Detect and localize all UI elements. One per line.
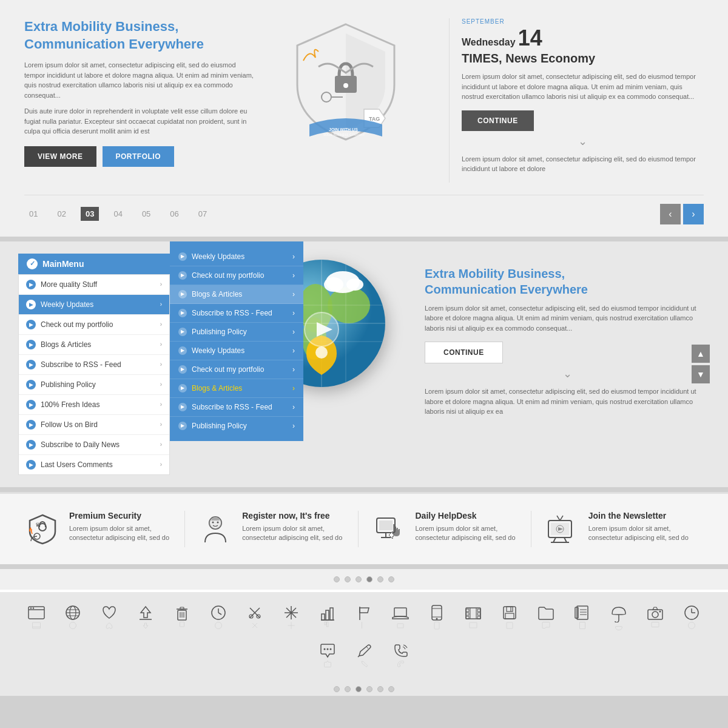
- continue-button-1[interactable]: CONTINUE: [462, 110, 534, 131]
- menu-item-more-quality[interactable]: ▶More quality Stuff ›: [19, 275, 169, 295]
- helpdesk-icon: [371, 511, 407, 547]
- scroll-down-button[interactable]: ▼: [692, 365, 710, 383]
- menu-item-portfolio[interactable]: ▶Check out my portfolio ›: [19, 315, 169, 335]
- page-05[interactable]: 05: [137, 207, 155, 221]
- icon-star: [278, 604, 304, 632]
- page-04[interactable]: 04: [109, 207, 127, 221]
- menu-item-weekly-updates[interactable]: ▶Weekly Updates ›: [19, 295, 169, 315]
- news-title: TIMES, News Economy: [462, 52, 704, 66]
- icon-globe: [60, 604, 86, 632]
- hero-section: Extra Mobility Business, Communication E…: [0, 0, 728, 237]
- svg-rect-93: [432, 605, 442, 620]
- icon-clock: [206, 604, 231, 632]
- sidebar-menu: ✓ MainMenu ▶More quality Stuff › ▶Weekly…: [0, 254, 170, 475]
- dot-5[interactable]: [377, 576, 383, 582]
- chevron-down-icon: ⌄: [462, 135, 704, 148]
- page-03[interactable]: 03: [81, 207, 99, 221]
- page-numbers: 01 02 03 04 05 06 07: [24, 207, 212, 221]
- svg-rect-91: [394, 608, 406, 616]
- dropdown-publishing-1[interactable]: ▶Publishing Policy ›: [170, 323, 303, 342]
- svg-rect-66: [180, 622, 184, 627]
- icon-laptop: [388, 604, 413, 632]
- svg-point-21: [346, 278, 363, 291]
- dot-1[interactable]: [334, 576, 340, 582]
- right-body2: Lorem ipsum dolor sit amet, consectetur …: [425, 386, 710, 417]
- dot2-4[interactable]: [366, 686, 372, 692]
- dropdown-menu: ▶Weekly Updates › ▶Check out my portfoli…: [170, 241, 303, 441]
- svg-rect-112: [507, 622, 513, 629]
- dot-3[interactable]: [356, 576, 362, 582]
- svg-point-127: [689, 622, 695, 629]
- dropdown-weekly-updates-2[interactable]: ▶Weekly Updates ›: [170, 342, 303, 360]
- menu-item-fresh-ideas[interactable]: ▶100% Fresh Ideas ›: [19, 395, 169, 415]
- svg-line-39: [564, 538, 567, 542]
- page-01[interactable]: 01: [24, 207, 42, 221]
- icon-heart: [96, 604, 122, 632]
- portfolio-button[interactable]: PORTFOLIO: [103, 146, 175, 167]
- dot-2[interactable]: [345, 576, 351, 582]
- svg-point-121: [652, 612, 658, 618]
- dropdown-blogs-1[interactable]: ▶Blogs & Articles ›: [170, 285, 303, 304]
- dots-row-1: [0, 569, 728, 590]
- svg-rect-98: [466, 608, 480, 619]
- svg-rect-123: [652, 622, 659, 627]
- icon-flag: [351, 604, 377, 632]
- icon-phone: [388, 642, 413, 668]
- feature-register-body: Lorem ipsum dolor sit amet, consectetur …: [242, 524, 345, 543]
- dropdown-rss-1[interactable]: ▶Subscribe to RSS - Feed ›: [170, 304, 303, 323]
- dot-4[interactable]: [366, 576, 372, 582]
- icon-film: [460, 604, 486, 632]
- hero-title: Extra Mobility Business, Communication E…: [24, 18, 255, 53]
- svg-point-70: [215, 622, 222, 629]
- shield-graphic: TAG JOIN WITH US SOLID BUSINESS COMPANY: [285, 18, 419, 152]
- dropdown-weekly-updates-1[interactable]: ▶Weekly Updates ›: [170, 248, 303, 266]
- dot2-1[interactable]: [334, 686, 340, 692]
- dropdown-portfolio-1[interactable]: ▶Check out my portfolio ›: [170, 266, 303, 285]
- svg-rect-97: [434, 622, 439, 629]
- svg-text:TAG: TAG: [369, 116, 380, 122]
- menu-item-rss[interactable]: ▶Subscribe to RSS - Feed ›: [19, 355, 169, 375]
- menu-item-last-comments[interactable]: ▶Last Users Comments ›: [19, 455, 169, 474]
- icon-chart: [315, 604, 340, 632]
- icon-pen: [351, 642, 377, 668]
- svg-line-69: [218, 613, 221, 615]
- page-06[interactable]: 06: [165, 207, 183, 221]
- dot2-3[interactable]: [356, 686, 362, 692]
- dropdown-rss-2[interactable]: ▶Subscribe to RSS - Feed ›: [170, 398, 303, 417]
- dropdown-blogs-2[interactable]: ▶Blogs & Articles ›: [170, 379, 303, 398]
- dot-6[interactable]: [388, 576, 394, 582]
- date-row: SEPTEMBER: [462, 18, 704, 25]
- dropdown-portfolio-2[interactable]: ▶Check out my portfolio ›: [170, 360, 303, 379]
- svg-marker-59: [143, 623, 148, 629]
- svg-rect-109: [507, 607, 513, 612]
- security-icon: ♛: [24, 511, 61, 547]
- feature-newsletter-body: Lorem ipsum dolor sit amet, consectetur …: [588, 524, 692, 543]
- menu-item-follow-bird[interactable]: ▶Follow Us on Bird ›: [19, 415, 169, 435]
- date-day-row: Wednesday 14: [462, 27, 704, 49]
- next-arrow-button[interactable]: ›: [683, 204, 704, 224]
- menu-item-publishing[interactable]: ▶Publishing Policy ›: [19, 375, 169, 395]
- svg-point-22: [315, 346, 328, 359]
- dot2-5[interactable]: [377, 686, 383, 692]
- pagination-row: 01 02 03 04 05 06 07 ‹ ›: [24, 195, 704, 224]
- dot2-2[interactable]: [345, 686, 351, 692]
- view-more-button[interactable]: VIEW MORE: [24, 146, 96, 167]
- dot2-6[interactable]: [388, 686, 394, 692]
- menu-item-blogs[interactable]: ▶Blogs & Articles ›: [19, 335, 169, 355]
- newsletter-icon: [544, 511, 580, 547]
- check-icon: ✓: [27, 258, 38, 269]
- prev-arrow-button[interactable]: ‹: [660, 204, 681, 224]
- icon-bar: [0, 590, 728, 680]
- svg-text:SOLID BUSINESS COMPANY: SOLID BUSINESS COMPANY: [323, 133, 365, 136]
- svg-point-130: [330, 648, 332, 650]
- page-02[interactable]: 02: [52, 207, 70, 221]
- page-07[interactable]: 07: [194, 207, 212, 221]
- feature-helpdesk-title: Daily HelpDesk: [416, 511, 519, 521]
- main-menu-header: ✓ MainMenu: [18, 254, 170, 274]
- scroll-up-button[interactable]: ▲: [692, 345, 710, 363]
- dropdown-publishing-2[interactable]: ▶Publishing Policy ›: [170, 417, 303, 435]
- menu-item-subscribe-daily[interactable]: ▶Subscribe to Daily News ›: [19, 435, 169, 455]
- continue-button-2[interactable]: CONTINUE: [425, 342, 503, 363]
- svg-rect-110: [505, 613, 514, 619]
- svg-point-1: [343, 83, 348, 88]
